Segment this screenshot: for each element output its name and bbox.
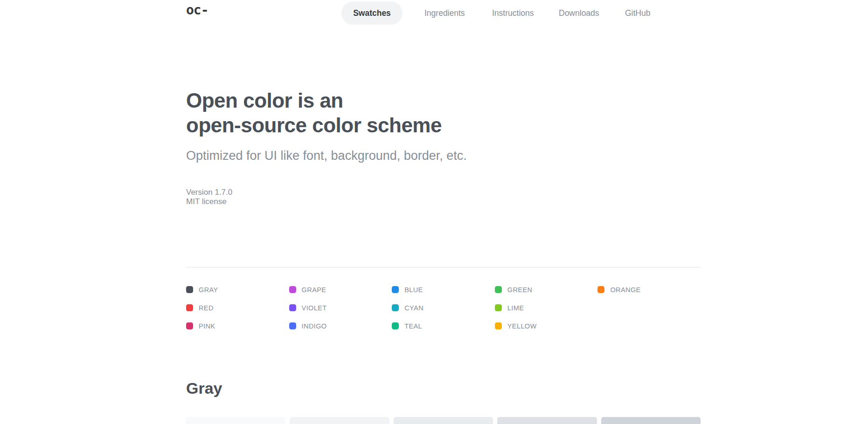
legend-label: INDIGO <box>302 322 327 330</box>
orange-color-dot <box>597 286 604 293</box>
legend-label: CYAN <box>404 304 424 312</box>
legend-item-red[interactable]: RED <box>186 304 289 312</box>
grape-color-dot <box>289 286 296 293</box>
legend-item-blue[interactable]: BLUE <box>392 286 495 294</box>
legend-item-orange[interactable]: ORANGE <box>597 286 701 294</box>
teal-color-dot <box>392 322 399 329</box>
legend-item-grape[interactable]: GRAPE <box>289 286 392 294</box>
legend-label: LIME <box>507 304 524 312</box>
nav-tab-ingredients[interactable]: Ingredients <box>424 1 465 25</box>
pink-color-dot <box>186 322 193 329</box>
page-title-line1: Open color is an <box>186 89 343 112</box>
color-legend: GRAY RED PINK GRAPE VIOLET INDIGO BLUE <box>186 280 701 335</box>
page-subtitle: Optimized for UI like font, background, … <box>186 148 701 164</box>
gray-swatch-row <box>186 417 701 424</box>
cyan-color-dot <box>392 304 399 311</box>
legend-item-violet[interactable]: VIOLET <box>289 304 392 312</box>
gray-section-title: Gray <box>186 378 701 398</box>
license-text: MIT license <box>186 197 701 206</box>
legend-item-yellow[interactable]: YELLOW <box>495 322 598 330</box>
yellow-color-dot <box>495 322 502 329</box>
legend-item-indigo[interactable]: INDIGO <box>289 322 392 330</box>
version-block: Version 1.7.0 MIT license <box>186 188 701 206</box>
legend-label: VIOLET <box>302 304 327 312</box>
gray-color-dot <box>186 286 193 293</box>
lime-color-dot <box>495 304 502 311</box>
legend-label: GRAPE <box>302 286 326 294</box>
legend-label: YELLOW <box>507 322 537 330</box>
version-text: Version 1.7.0 <box>186 188 701 197</box>
legend-item-gray[interactable]: GRAY <box>186 286 289 294</box>
legend-label: TEAL <box>404 322 422 330</box>
gray-swatch-4[interactable] <box>601 417 701 424</box>
legend-label: PINK <box>199 322 215 330</box>
top-navigation: oc- Swatches Ingredients Instructions Do… <box>0 0 868 26</box>
page-content: Open color is an open-source color schem… <box>186 26 701 424</box>
section-divider <box>186 267 701 267</box>
legend-label: BLUE <box>404 286 423 294</box>
legend-item-lime[interactable]: LIME <box>495 304 598 312</box>
nav-tab-instructions[interactable]: Instructions <box>492 1 534 25</box>
legend-item-pink[interactable]: PINK <box>186 322 289 330</box>
logo[interactable]: oc- <box>186 2 208 18</box>
legend-item-green[interactable]: GREEN <box>495 286 598 294</box>
gray-swatch-2[interactable] <box>394 417 493 424</box>
legend-item-cyan[interactable]: CYAN <box>392 304 495 312</box>
green-color-dot <box>495 286 502 293</box>
legend-label: ORANGE <box>610 286 640 294</box>
page-title-line2: open-source color scheme <box>186 114 442 137</box>
gray-swatch-3[interactable] <box>497 417 597 424</box>
page-title: Open color is an open-source color schem… <box>186 88 701 137</box>
red-color-dot <box>186 304 193 311</box>
legend-label: GRAY <box>199 286 218 294</box>
legend-label: RED <box>199 304 214 312</box>
violet-color-dot <box>289 304 296 311</box>
legend-item-teal[interactable]: TEAL <box>392 322 495 330</box>
indigo-color-dot <box>289 322 296 329</box>
nav-tab-swatches[interactable]: Swatches <box>341 1 403 25</box>
blue-color-dot <box>392 286 399 293</box>
nav-tab-github[interactable]: GitHub <box>625 1 650 25</box>
gray-swatch-0[interactable] <box>186 417 285 424</box>
legend-label: GREEN <box>507 286 533 294</box>
gray-swatch-1[interactable] <box>290 417 389 424</box>
nav-tab-downloads[interactable]: Downloads <box>559 1 599 25</box>
